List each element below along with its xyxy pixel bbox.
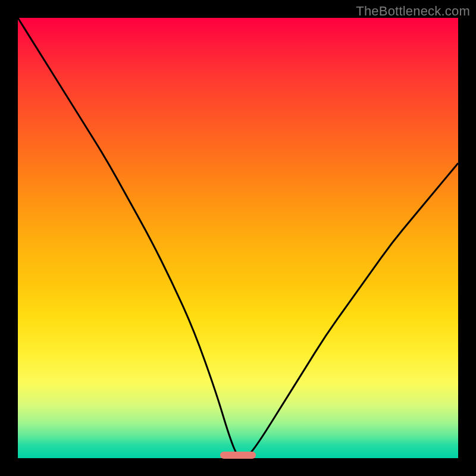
optimum-marker [220, 452, 255, 459]
curve-path [18, 18, 458, 458]
bottleneck-curve [18, 18, 458, 458]
chart-frame: TheBottleneck.com [0, 0, 476, 476]
plot-area [18, 18, 458, 458]
watermark-text: TheBottleneck.com [356, 4, 470, 19]
